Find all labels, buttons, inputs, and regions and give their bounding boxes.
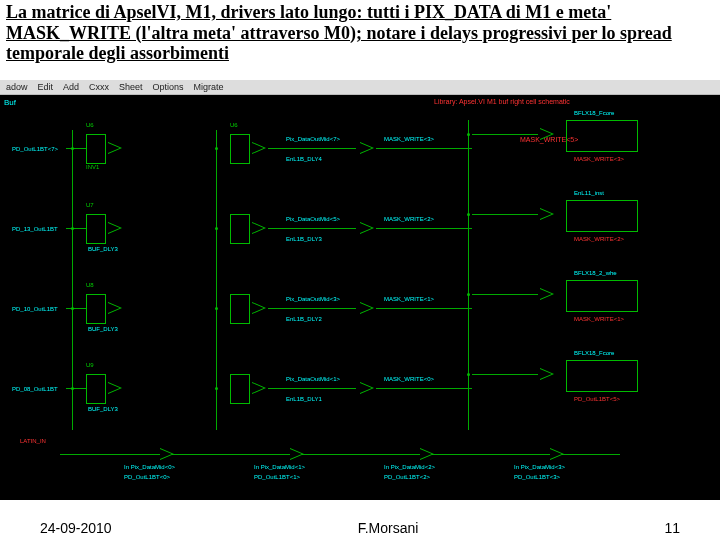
wire [376, 148, 472, 149]
inv-tri-left-0 [108, 142, 122, 154]
mw-branch-2: MASK_WRITE<1> [384, 296, 434, 302]
dly-3: BUF_DLY3 [88, 406, 118, 412]
wire [376, 308, 472, 309]
bus-mid [216, 130, 217, 430]
latin-in: LATIN_IN [20, 438, 46, 444]
dly-1: BUF_DLY3 [88, 246, 118, 252]
buf-mid-1 [360, 222, 374, 234]
corner-label: Buf [4, 98, 16, 107]
net-mid-0a: Pix_DataOutMid<7> [286, 136, 340, 142]
wire [268, 148, 356, 149]
inv-tri-mid-0 [252, 142, 266, 154]
pin [467, 373, 470, 376]
pin [215, 147, 218, 150]
bottom-pd-0: PD_OutL1BT<0> [124, 474, 170, 480]
menu-check[interactable]: Cxxx [89, 82, 109, 92]
net-left-2: PD_10_OutL1BT [12, 306, 58, 312]
bigbuf-3-tri [540, 368, 554, 380]
wire [66, 308, 86, 309]
bigbuf-1-tri [540, 208, 554, 220]
bottom-pd-2: PD_OutL1BT<2> [384, 474, 430, 480]
bigbuf-3-cell: BFLX18_Fcore [574, 350, 614, 356]
footer-author: F.Morsani [358, 520, 419, 536]
footer-date: 24-09-2010 [40, 520, 112, 536]
pin [467, 133, 470, 136]
net-mid-3a: Pix_DataOutMid<1> [286, 376, 340, 382]
bigbuf-0-cell: BFLX18_Fcore [574, 110, 614, 116]
inv-left-3-ref: U9 [86, 362, 94, 368]
bus-left [72, 130, 73, 430]
bus-right [468, 120, 469, 430]
wire [472, 374, 538, 375]
pin [215, 307, 218, 310]
inv-left-0 [86, 134, 106, 164]
buf-mid-2 [360, 302, 374, 314]
menu-options[interactable]: Options [153, 82, 184, 92]
wire [268, 228, 356, 229]
pin [71, 387, 74, 390]
bigbuf-3 [566, 360, 638, 392]
wire [472, 134, 538, 135]
footer-page: 11 [664, 520, 680, 536]
inv-mid-0 [230, 134, 250, 164]
inv-left-0-ref: U6 [86, 122, 94, 128]
net-mid-1b: EnL1B_DLY3 [286, 236, 322, 242]
menu-window[interactable]: adow [6, 82, 28, 92]
wire [66, 148, 86, 149]
buf-mid-0 [360, 142, 374, 154]
inv-mid-0-ref: U6 [230, 122, 238, 128]
bottom-buf-3 [550, 448, 564, 460]
bottom-pd-3: PD_OutL1BT<3> [514, 474, 560, 480]
schematic-canvas[interactable]: Library: Apsel.VI M1 buf right cell sche… [0, 80, 720, 500]
net-left-3: PD_08_OutL1BT [12, 386, 58, 392]
inv-left-2 [86, 294, 106, 324]
menu-add[interactable]: Add [63, 82, 79, 92]
inv-left-1 [86, 214, 106, 244]
net-mid-1a: Pix_DataOutMid<5> [286, 216, 340, 222]
bigbuf-2-tri [540, 288, 554, 300]
net-left-0: PD_OutL1BT<7> [12, 146, 58, 152]
menu-migrate[interactable]: Migrate [194, 82, 224, 92]
inv-left-1-ref: U7 [86, 202, 94, 208]
net-left-1: PD_13_OutL1BT [12, 226, 58, 232]
inv-mid-2 [230, 294, 250, 324]
schematic-caption: Library: Apsel.VI M1 buf right cell sche… [434, 98, 570, 105]
bottom-buf-0 [160, 448, 174, 460]
inv-mid-1 [230, 214, 250, 244]
net-mid-2b: EnL1B_DLY2 [286, 316, 322, 322]
menu-sheet[interactable]: Sheet [119, 82, 143, 92]
buf-mid-3 [360, 382, 374, 394]
bottom-pix-0: In Pix_DataMid<0> [124, 464, 175, 470]
mw-branch-3: MASK_WRITE<0> [384, 376, 434, 382]
bigbuf-2 [566, 280, 638, 312]
wire [376, 388, 472, 389]
inv-left-2-ref: U8 [86, 282, 94, 288]
app-menubar: adow Edit Add Cxxx Sheet Options Migrate [0, 80, 720, 95]
bigbuf-0-tri [540, 128, 554, 140]
wire [268, 388, 356, 389]
bigbuf-1-lbl: EnL11_inst [574, 190, 604, 196]
inv-mid-3 [230, 374, 250, 404]
wire-bottom [60, 454, 620, 455]
dly-2: BUF_DLY3 [88, 326, 118, 332]
bigbuf-0 [566, 120, 638, 152]
bigbuf-1-net: MASK_WRITE<2> [574, 236, 624, 242]
inv-left-0-inst: INV1 [86, 164, 99, 170]
bigbuf-3-net: PD_OutL1BT<5> [574, 396, 620, 402]
wire [268, 308, 356, 309]
menu-edit[interactable]: Edit [38, 82, 54, 92]
wire [472, 294, 538, 295]
bottom-pix-1: In Pix_DataMid<1> [254, 464, 305, 470]
bigbuf-2-net: MASK_WRITE<1> [574, 316, 624, 322]
inv-tri-mid-2 [252, 302, 266, 314]
pin [215, 227, 218, 230]
bigbuf-0-net: MASK_WRITE<3> [574, 156, 624, 162]
inv-tri-left-3 [108, 382, 122, 394]
pin [71, 147, 74, 150]
bottom-pix-2: In Pix_DataMid<2> [384, 464, 435, 470]
mw-branch-1: MASK_WRITE<2> [384, 216, 434, 222]
pin [467, 293, 470, 296]
net-mid-2a: Pix_DataOutMid<3> [286, 296, 340, 302]
bigbuf-2-cell: BFLX18_2_whe [574, 270, 617, 276]
net-mid-0b: EnL1B_DLY4 [286, 156, 322, 162]
